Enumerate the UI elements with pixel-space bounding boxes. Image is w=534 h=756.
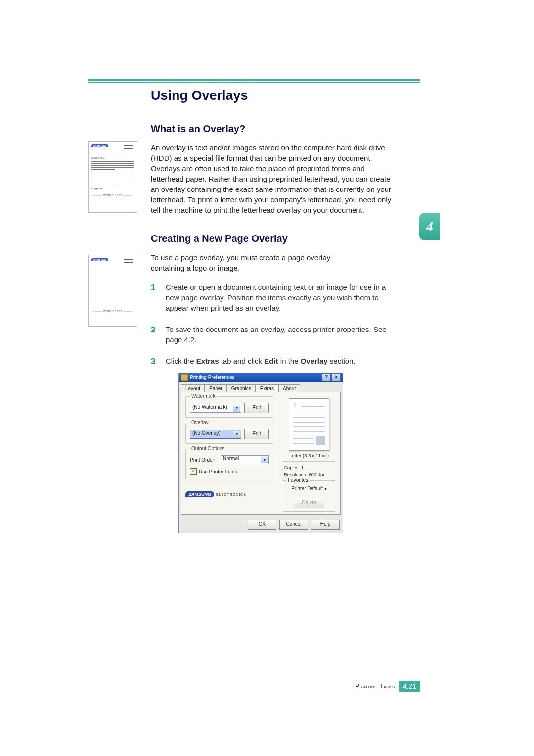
letter-body-lines (91, 161, 134, 183)
overlay-value: (No Overlay) (192, 430, 221, 436)
checkmark-icon: ✓ (190, 468, 197, 475)
world-best-footer: WORLD BEST (91, 310, 134, 313)
t: Click the (166, 357, 196, 365)
overlay-bold: Overlay (301, 357, 328, 365)
favorites-value: Printer Default (291, 486, 323, 491)
letter-salutation: Dear ABC (91, 156, 134, 159)
what-is-overlay-paragraph: An overlay is text and/or images stored … (151, 142, 393, 215)
chevron-down-icon: ▾ (324, 486, 327, 491)
cancel-button[interactable]: Cancel (279, 520, 308, 530)
dialog-footer: OK Cancel Help (179, 517, 343, 533)
preview-side: S Letter (8.5 x 11 (282, 398, 336, 512)
step-number: 2 (151, 324, 155, 336)
footer-section-label: Printing Tasks (356, 683, 395, 690)
samsung-logo: SAMSUNG (91, 144, 108, 147)
letterhead-thumbnail: SAMSUNG Dear ABC Regards WORLD BEST (88, 141, 137, 213)
use-printer-fonts-label: Use Printer Fonts (199, 469, 237, 474)
step-text: To save the document as an overlay, acce… (166, 325, 387, 344)
edit-bold: Edit (264, 357, 278, 365)
tab-paper[interactable]: Paper (205, 384, 227, 392)
paper-size-label: Letter (8.5 x 11 in.) (284, 453, 334, 458)
tab-graphics[interactable]: Graphics (227, 384, 256, 392)
help-titlebar-button[interactable]: ? (322, 374, 331, 381)
output-options-label: Output Options (190, 446, 226, 451)
header-lines-icon (124, 259, 133, 264)
world-best-footer: WORLD BEST (91, 194, 134, 197)
dialog-panel: Watermark (No Watermark) ▾ Edit Overlay … (181, 392, 341, 515)
page-preview: S (289, 398, 329, 451)
dialog-titlebar: Printing Preferences ? × (179, 373, 343, 382)
overlay-thumbnail: SAMSUNG WORLD BEST (88, 255, 137, 327)
printer-icon (181, 374, 188, 381)
main-content: Using Overlays What is an Overlay? An ov… (151, 88, 393, 377)
chevron-down-icon: ▾ (233, 431, 240, 438)
samsung-brand: SAMSUNG ELECTRONICS (185, 491, 273, 497)
creating-overlay-intro: To use a page overlay, you must create a… (151, 252, 358, 273)
page-title: Using Overlays (151, 88, 393, 103)
letter-closing: Regards (91, 187, 134, 190)
help-button[interactable]: Help (311, 520, 340, 530)
t: tab and click (219, 357, 265, 365)
extras-bold: Extras (196, 357, 219, 365)
watermark-edit-button[interactable]: Edit (244, 403, 269, 413)
page-number: 4.21 (399, 681, 420, 692)
tab-about[interactable]: About (278, 384, 300, 392)
top-rule (88, 79, 420, 81)
step-1: 1 Create or open a document containing t… (151, 282, 393, 313)
print-order-select[interactable]: Normal ▾ (221, 455, 269, 464)
samsung-electronics-label: ELECTRONICS (216, 493, 246, 496)
favorites-label: Favorites (286, 477, 310, 483)
watermark-group-label: Watermark (190, 393, 217, 399)
overlay-select[interactable]: (No Overlay) ▾ (190, 430, 241, 439)
steps-list: 1 Create or open a document containing t… (151, 282, 393, 366)
samsung-logo: SAMSUNG (91, 258, 108, 261)
ok-button[interactable]: OK (248, 520, 276, 530)
step-2: 2 To save the document as an overlay, ac… (151, 324, 393, 345)
watermark-select[interactable]: (No Watermark) ▾ (190, 404, 241, 413)
page-footer: Printing Tasks 4.21 (356, 681, 420, 692)
printing-preferences-dialog: Printing Preferences ? × Layout Paper Gr… (178, 373, 343, 533)
use-printer-fonts-checkbox[interactable]: ✓ Use Printer Fonts (190, 468, 269, 475)
favorites-select[interactable]: Printer Default ▾ (286, 486, 332, 495)
tab-extras[interactable]: Extras (256, 384, 278, 392)
header-lines-icon (124, 145, 133, 150)
overlay-edit-button[interactable]: Edit (244, 429, 269, 439)
chevron-down-icon: ▾ (233, 405, 240, 412)
print-order-label: Print Order: (190, 457, 218, 463)
samsung-logo: SAMSUNG (185, 491, 214, 497)
watermark-group: Watermark (No Watermark) ▾ Edit (185, 396, 273, 418)
subhead-creating-overlay: Creating a New Page Overlay (151, 233, 393, 244)
overlay-group-label: Overlay (190, 420, 210, 425)
output-options-group: Output Options Print Order: Normal ▾ ✓ U… (185, 449, 273, 479)
subhead-what-is-overlay: What is an Overlay? (151, 123, 393, 135)
print-order-value: Normal (223, 456, 239, 461)
watermark-value: (No Watermark) (192, 404, 227, 410)
dialog-tabs: Layout Paper Graphics Extras About (179, 382, 343, 392)
preview-s-mark: S (293, 402, 297, 409)
chevron-down-icon: ▾ (261, 456, 268, 463)
step-text: Create or open a document containing tex… (166, 283, 386, 312)
step-number: 3 (151, 356, 155, 368)
dialog-title: Printing Preferences (190, 373, 235, 382)
t: in the (278, 357, 301, 365)
overlay-group: Overlay (No Overlay) ▾ Edit (185, 423, 273, 444)
favorites-delete-button[interactable]: Delete (294, 498, 324, 508)
chapter-tab: 4 (419, 213, 440, 240)
favorites-group: Favorites Printer Default ▾ Delete (283, 480, 335, 512)
close-titlebar-button[interactable]: × (332, 374, 341, 381)
step-text: Click the Extras tab and click Edit in t… (166, 357, 356, 365)
resolution-label: Resolution: 600 dpi (284, 472, 334, 477)
step-number: 1 (151, 282, 155, 294)
step-3: 3 Click the Extras tab and click Edit in… (151, 356, 393, 366)
tab-layout[interactable]: Layout (181, 384, 205, 392)
copies-label: Copies: 1 (284, 465, 334, 470)
t: section. (328, 357, 356, 365)
